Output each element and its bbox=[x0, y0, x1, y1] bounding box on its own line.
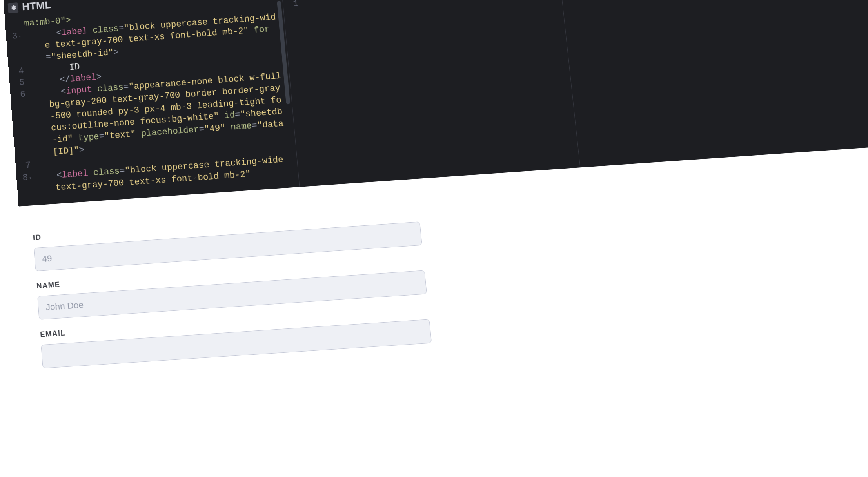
code-editor-js[interactable]: 1 bbox=[560, 0, 868, 167]
code-content[interactable]: ma:mb-0"> <label class="block uppercase … bbox=[24, 0, 298, 205]
code-content[interactable] bbox=[301, 0, 579, 185]
code-content[interactable] bbox=[579, 0, 868, 166]
code-editor-css[interactable]: 1 bbox=[283, 0, 579, 187]
pane-html: HTML 3 4 5 bbox=[4, 0, 299, 207]
pane-title: HTML bbox=[22, 0, 52, 13]
pane-js: JS 1 bbox=[557, 0, 868, 167]
gear-icon[interactable] bbox=[7, 2, 18, 13]
pane-css: CSS 1 bbox=[280, 0, 579, 187]
code-editor-html[interactable]: 3 4 5 6 7 8 ma:mb-0"> < bbox=[5, 0, 298, 207]
